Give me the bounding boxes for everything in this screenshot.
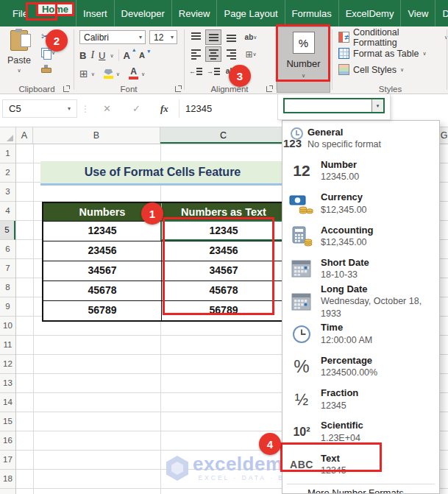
row-header-3[interactable]: 3	[0, 183, 15, 202]
row-header-2[interactable]: 2	[0, 163, 15, 183]
number-format-combobox[interactable]: ▾	[283, 98, 385, 113]
number-format-group-button[interactable]: % Number ∨	[277, 27, 330, 93]
name-box[interactable]: C5 ▾	[2, 99, 77, 118]
tab-view[interactable]: View	[400, 0, 435, 27]
clipboard-dialog-launcher-icon[interactable]	[63, 85, 70, 92]
cell-numbers-as-text[interactable]: 23456	[161, 241, 285, 261]
styles-item-cell-styles[interactable]: Cell Styles∨	[333, 62, 448, 77]
align-right-button[interactable]	[223, 46, 239, 62]
column-header-c[interactable]: C	[160, 127, 287, 144]
format-painter-button[interactable]	[41, 63, 55, 74]
orientation-button[interactable]: ab∨	[241, 29, 261, 45]
tab-file[interactable]: File	[6, 0, 35, 27]
row-header-5[interactable]: 5	[0, 221, 15, 240]
tab-home[interactable]: Home	[36, 2, 74, 16]
align-center-button[interactable]	[205, 46, 221, 62]
tab-developer[interactable]: Developer	[114, 0, 171, 27]
cancel-icon[interactable]: ✕	[103, 103, 111, 114]
number-12-icon: 12	[282, 162, 321, 180]
more-number-formats-item[interactable]: More Number Formats...	[287, 484, 435, 494]
cell-numbers[interactable]: 12345	[43, 222, 161, 241]
format-option-scientific[interactable]: 10²Scientific1.23E+04	[282, 416, 439, 448]
cell-numbers[interactable]: 56789	[43, 301, 161, 320]
borders-button[interactable]: ⊞	[79, 68, 88, 79]
column-header-a[interactable]: A	[16, 127, 33, 144]
increase-indent-button[interactable]: →	[205, 63, 221, 79]
row-header-4[interactable]: 4	[0, 202, 15, 221]
cell-numbers-as-text[interactable]: 56789	[161, 301, 285, 320]
align-left-button[interactable]	[188, 46, 204, 62]
tab-data[interactable]: Data	[435, 0, 448, 27]
alignment-dialog-launcher-icon[interactable]	[266, 85, 273, 92]
row-header-7[interactable]: 7	[0, 259, 15, 278]
format-option-general[interactable]: 123GeneralNo specific format	[282, 122, 439, 155]
combobox-dropdown-button[interactable]: ▾	[371, 99, 383, 112]
format-option-number[interactable]: 12Number12345.00	[282, 155, 439, 187]
row-header-1[interactable]: 1	[0, 144, 15, 163]
row-header-16[interactable]: 16	[0, 431, 15, 451]
select-all-corner[interactable]	[0, 127, 16, 144]
cell-numbers-as-text[interactable]: 34567	[161, 261, 285, 280]
row-header-12[interactable]: 12	[0, 355, 15, 374]
bottom-align-button[interactable]	[223, 29, 239, 45]
fraction-icon: ½	[282, 390, 321, 409]
cell-numbers[interactable]: 34567	[43, 261, 161, 280]
chevron-down-icon: ∨	[110, 53, 113, 58]
dropdown-arrow-icon: ▾	[68, 105, 77, 112]
merge-center-button[interactable]: ⊞∨	[241, 46, 261, 62]
tab-insert[interactable]: Insert	[76, 0, 114, 27]
format-option-long-date[interactable]: Long DateWednesday, October 18, 1933	[282, 285, 439, 317]
font-group: Calibri ▾ 12 ▾ B I U ∨ A▴ A▾ ⊞ ∨ ∨ A ∨ F…	[74, 27, 184, 94]
column-header-g[interactable]: G	[440, 127, 448, 144]
tab-page-layout[interactable]: Page Layout	[216, 0, 284, 27]
grow-triangle-icon: ▴	[132, 47, 135, 53]
tab-exceldemy[interactable]: ExcelDemy	[338, 0, 401, 27]
shrink-font-button[interactable]: A▾	[139, 51, 145, 60]
row-header-18[interactable]: 18	[0, 470, 15, 489]
format-option-time[interactable]: Time12:00:00 AM	[282, 318, 439, 350]
tab-review[interactable]: Review	[171, 0, 217, 27]
row-header-11[interactable]: 11	[0, 336, 15, 355]
font-color-button[interactable]: A	[129, 68, 138, 80]
fill-color-button[interactable]	[104, 69, 113, 79]
ribbon-tab-bar: FileHomeInsertDeveloperReviewPage Layout…	[0, 0, 448, 27]
format-option-short-date[interactable]: Short Date18-10-33	[282, 253, 439, 285]
cell-numbers-as-text[interactable]: 45678	[161, 281, 285, 300]
grow-font-button[interactable]: A▴	[124, 50, 130, 61]
styles-item-format-as-table[interactable]: Format as Table∨	[333, 46, 448, 61]
icon-text: 10²	[293, 426, 310, 439]
tab-formulas[interactable]: Formulas	[285, 0, 338, 27]
row-header-13[interactable]: 13	[0, 374, 15, 393]
column-header-b[interactable]: B	[33, 127, 160, 144]
italic-button[interactable]: I	[90, 49, 94, 61]
row-header-6[interactable]: 6	[0, 240, 15, 259]
row-header-9[interactable]: 9	[0, 297, 15, 317]
row-header-17[interactable]: 17	[0, 451, 15, 470]
paste-button[interactable]: Paste ∨	[3, 30, 35, 85]
format-option-percentage[interactable]: %Percentage1234500.00%	[282, 350, 439, 383]
enter-check-icon[interactable]: ✓	[132, 103, 141, 114]
styles-item-conditional-formatting[interactable]: ≠Conditional Formatting∨	[333, 29, 448, 45]
row-header-8[interactable]: 8	[0, 278, 15, 297]
format-option-currency[interactable]: Currency$12,345.00	[282, 188, 439, 220]
font-name-value: Calibri	[84, 32, 109, 43]
font-dialog-launcher-icon[interactable]	[175, 85, 182, 92]
font-name-combobox[interactable]: Calibri ▾	[79, 30, 146, 44]
row-header-14[interactable]: 14	[0, 393, 15, 412]
cell-numbers[interactable]: 45678	[43, 281, 161, 300]
insert-function-icon[interactable]: fx	[160, 103, 168, 115]
row-header-10[interactable]: 10	[0, 317, 15, 336]
format-option-text[interactable]: ABCText12345	[282, 448, 439, 481]
number-format-input[interactable]	[285, 99, 371, 112]
row-header-15[interactable]: 15	[0, 412, 15, 431]
decrease-indent-button[interactable]: ←	[188, 63, 204, 79]
underline-button[interactable]: U	[99, 50, 105, 61]
middle-align-button[interactable]	[205, 29, 221, 45]
top-align-button[interactable]	[188, 29, 204, 45]
font-size-combobox[interactable]: 12 ▾	[149, 30, 177, 44]
bold-button[interactable]: B	[79, 50, 86, 61]
format-option-accounting[interactable]: Accounting$12,345.00	[282, 220, 439, 253]
format-option-fraction[interactable]: ½Fraction12345	[282, 383, 439, 415]
cell-numbers[interactable]: 23456	[43, 241, 161, 261]
formula-input[interactable]: 12345	[185, 103, 212, 114]
